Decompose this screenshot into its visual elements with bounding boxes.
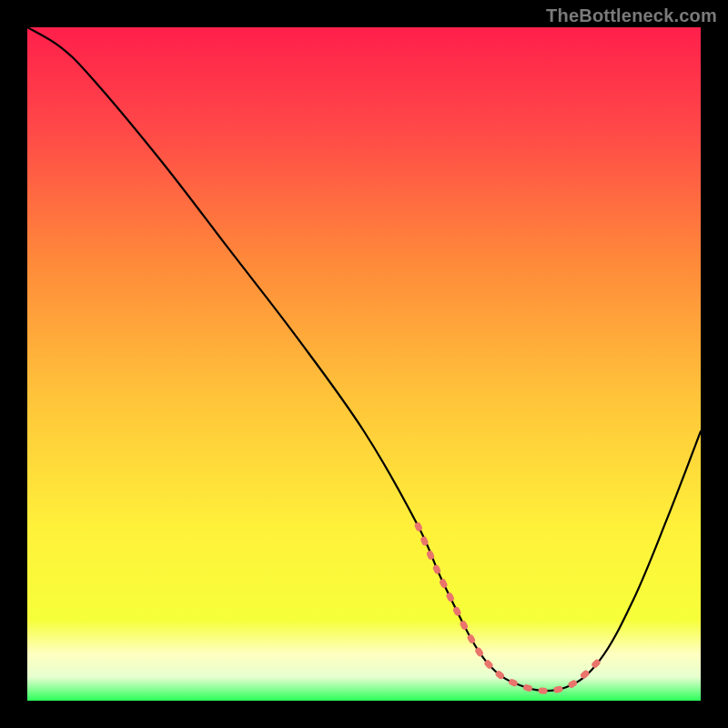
chart-plot-area [27,27,701,701]
chart-background-gradient [27,27,701,701]
watermark-text: TheBottleneck.com [546,5,717,26]
chart-svg [27,27,701,701]
